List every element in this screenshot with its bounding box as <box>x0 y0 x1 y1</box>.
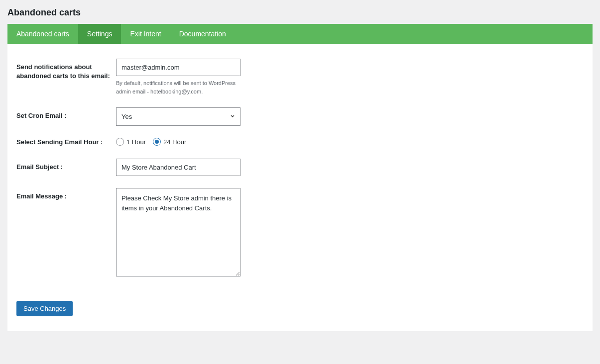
radio-24-hour-label: 24 Hour <box>163 138 186 146</box>
radio-1-hour-label: 1 Hour <box>126 138 146 146</box>
cron-email-label: Set Cron Email : <box>16 107 116 120</box>
tab-exit-intent[interactable]: Exit Intent <box>121 24 170 44</box>
email-message-label: Email Message : <box>16 188 116 201</box>
sending-hour-label: Select Sending Email Hour : <box>16 138 116 147</box>
save-changes-button[interactable]: Save Changes <box>16 301 73 316</box>
tabs-nav: Abandoned carts Settings Exit Intent Doc… <box>7 24 593 44</box>
email-subject-input[interactable] <box>116 159 240 176</box>
page-title: Abandoned carts <box>7 7 593 18</box>
radio-icon <box>153 138 161 146</box>
notification-email-label: Send notifications about abandoned carts… <box>16 59 116 81</box>
notification-email-input[interactable] <box>116 59 240 76</box>
radio-24-hour[interactable]: 24 Hour <box>153 138 186 146</box>
tab-abandoned-carts[interactable]: Abandoned carts <box>7 24 78 44</box>
notification-email-help: By default, notifications will be sent t… <box>116 79 240 95</box>
email-message-textarea[interactable] <box>116 188 240 276</box>
tab-documentation[interactable]: Documentation <box>170 24 235 44</box>
radio-icon <box>116 138 124 146</box>
settings-panel: Send notifications about abandoned carts… <box>7 44 593 331</box>
email-subject-label: Email Subject : <box>16 159 116 172</box>
radio-1-hour[interactable]: 1 Hour <box>116 138 146 146</box>
cron-email-select[interactable]: Yes <box>116 107 240 126</box>
tab-settings[interactable]: Settings <box>78 24 121 44</box>
